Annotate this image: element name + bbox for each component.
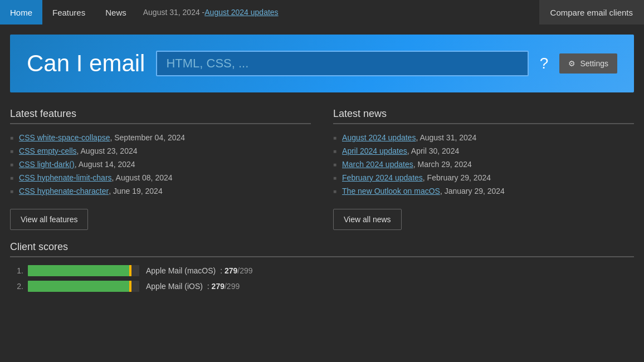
view-all-news-button[interactable]: View all news (333, 209, 402, 230)
news-title: Latest news (333, 108, 634, 124)
list-item: CSS white-space-collapse, September 04, … (10, 131, 311, 144)
news-date: , March 29, 2024 (413, 160, 472, 169)
list-item: March 2024 updates, March 29, 2024 (333, 158, 634, 171)
list-item: August 2024 updates, August 31, 2024 (333, 131, 634, 144)
nav-item-home[interactable]: Home (0, 0, 42, 25)
features-title: Latest features (10, 108, 311, 124)
score-value: : 279/299 (220, 266, 252, 275)
breadcrumb: August 31, 2024 - August 2024 updates (136, 0, 285, 25)
nav-left: Home Features News August 31, 2024 - Aug… (0, 0, 539, 25)
feature-date: , August 23, 2024 (77, 146, 138, 155)
scores-section: Client scores 1. Apple Mail (macOS) : 27… (0, 241, 644, 307)
list-item: April 2024 updates, April 30, 2024 (333, 144, 634, 158)
breadcrumb-link[interactable]: August 2024 updates (204, 8, 278, 17)
news-column: Latest news August 2024 updates, August … (328, 108, 634, 230)
news-link[interactable]: March 2024 updates (342, 160, 413, 169)
search-input[interactable] (156, 51, 528, 76)
score-rank: 2. (10, 282, 23, 291)
main-nav: Home Features News August 31, 2024 - Aug… (0, 0, 644, 25)
news-date: , February 29, 2024 (423, 173, 491, 182)
feature-date: , September 04, 2024 (110, 133, 185, 142)
feature-link[interactable]: CSS light-dark() (19, 160, 75, 169)
hero-banner: Can I email ? ⚙ Settings (10, 35, 634, 92)
score-value: : 279/299 (207, 282, 240, 291)
news-list: August 2024 updates, August 31, 2024 Apr… (333, 131, 634, 198)
feature-date: , August 08, 2024 (112, 173, 173, 182)
features-column: Latest features CSS white-space-collapse… (10, 108, 328, 230)
feature-link[interactable]: CSS hyphenate-character (19, 187, 109, 195)
nav-item-features[interactable]: Features (42, 0, 95, 25)
list-item: February 2024 updates, February 29, 2024 (333, 171, 634, 184)
news-link[interactable]: The new Outlook on macOS (342, 187, 440, 195)
score-bar-green (28, 265, 129, 276)
score-label: Apple Mail (macOS) : 279/299 (146, 266, 253, 275)
news-date: , January 29, 2024 (440, 187, 505, 195)
score-bar (28, 281, 139, 292)
main-content: Latest features CSS white-space-collapse… (0, 102, 644, 241)
news-link[interactable]: April 2024 updates (342, 146, 407, 155)
feature-link[interactable]: CSS hyphenate-limit-chars (19, 173, 112, 182)
settings-button[interactable]: ⚙ Settings (559, 53, 617, 74)
features-list: CSS white-space-collapse, September 04, … (10, 131, 311, 198)
list-item: CSS hyphenate-character, June 19, 2024 (10, 184, 311, 198)
score-label: Apple Mail (iOS) : 279/299 (146, 282, 240, 291)
score-bar-green (28, 281, 129, 292)
news-link[interactable]: February 2024 updates (342, 173, 423, 182)
gear-icon: ⚙ (568, 59, 575, 68)
nav-item-news[interactable]: News (95, 0, 136, 25)
feature-link[interactable]: CSS empty-cells (19, 146, 76, 155)
view-all-features-button[interactable]: View all features (10, 209, 88, 230)
compare-button[interactable]: Compare email clients (539, 0, 644, 25)
scores-title: Client scores (10, 241, 634, 257)
score-bar-yellow (129, 265, 131, 276)
score-bar-yellow (129, 281, 131, 292)
help-icon[interactable]: ? (540, 55, 549, 72)
score-row: 2. Apple Mail (iOS) : 279/299 (10, 281, 634, 292)
news-date: , August 31, 2024 (416, 133, 476, 142)
score-bar (28, 265, 139, 276)
feature-date: , August 14, 2024 (75, 160, 135, 169)
score-row: 1. Apple Mail (macOS) : 279/299 (10, 265, 634, 276)
feature-date: , June 19, 2024 (109, 187, 163, 195)
feature-link[interactable]: CSS white-space-collapse (19, 133, 110, 142)
news-date: , April 30, 2024 (407, 146, 459, 155)
list-item: CSS light-dark(), August 14, 2024 (10, 158, 311, 171)
news-link[interactable]: August 2024 updates (342, 133, 416, 142)
list-item: CSS empty-cells, August 23, 2024 (10, 144, 311, 158)
breadcrumb-prefix: August 31, 2024 - (143, 8, 205, 17)
hero-title: Can I email (27, 50, 145, 77)
score-rank: 1. (10, 266, 23, 275)
settings-label: Settings (580, 59, 608, 68)
nav-right: Compare email clients (539, 0, 644, 25)
list-item: CSS hyphenate-limit-chars, August 08, 20… (10, 171, 311, 184)
list-item: The new Outlook on macOS, January 29, 20… (333, 184, 634, 198)
